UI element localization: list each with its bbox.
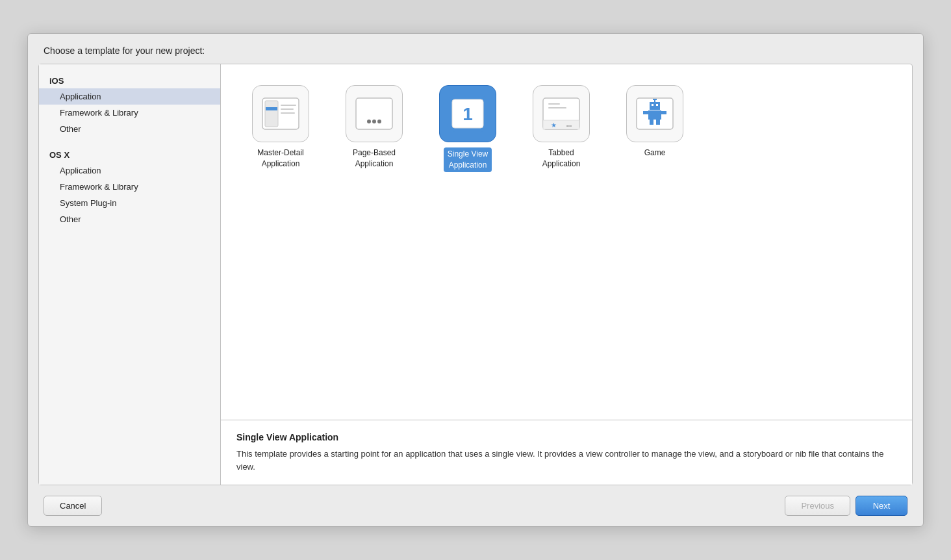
template-label-page-based: Page-BasedApplication [353,147,396,170]
cancel-button[interactable]: Cancel [44,496,102,516]
template-master-detail[interactable]: Master-DetailApplication [242,80,320,177]
svg-rect-26 [643,111,648,114]
svg-rect-29 [656,120,660,125]
svg-rect-5 [281,112,295,114]
main-content: Master-DetailApplication Page-BasedAppl [221,64,912,485]
dialog-header-text: Choose a template for your new project: [44,45,205,56]
description-title: Single View Application [236,432,896,442]
sidebar-section-osx: OS X [39,145,220,162]
svg-text:★: ★ [551,121,557,129]
svg-rect-27 [661,111,666,114]
sidebar-section-ios: iOS [39,71,220,88]
sidebar-item-osx-plugin[interactable]: System Plug-in [39,195,220,211]
nav-button-group: Previous Next [785,496,907,516]
svg-rect-20 [650,102,660,110]
template-icon-master-detail [252,85,309,142]
sidebar-item-ios-framework[interactable]: Framework & Library [39,105,220,121]
svg-text:1: 1 [463,104,473,124]
svg-rect-4 [281,108,294,110]
description-area: Single View Application This template pr… [221,420,912,485]
sidebar-item-osx-application[interactable]: Application [39,162,220,179]
sidebar-item-osx-other[interactable]: Other [39,211,220,227]
sidebar-item-ios-other[interactable]: Other [39,121,220,137]
svg-text:•••: ••• [566,123,572,129]
svg-rect-14 [543,120,579,129]
svg-rect-3 [281,105,296,106]
template-grid: Master-DetailApplication Page-BasedAppl [221,64,912,420]
template-game[interactable]: Game [616,80,694,177]
dialog-footer: Cancel Previous Next [28,485,923,526]
template-icon-game [626,85,683,142]
dialog-body: iOS Application Framework & Library Othe… [38,64,913,485]
next-button[interactable]: Next [856,496,907,516]
svg-rect-25 [648,110,661,120]
template-single-view[interactable]: 1 Single ViewApplication [429,80,507,177]
template-label-game: Game [644,147,666,159]
svg-rect-1 [265,101,278,127]
svg-rect-18 [548,107,566,108]
sidebar-item-ios-application[interactable]: Application [39,88,220,105]
template-label-master-detail: Master-DetailApplication [257,147,303,170]
svg-rect-23 [652,104,653,106]
svg-point-7 [367,120,371,123]
svg-point-8 [372,120,376,123]
svg-rect-2 [266,107,277,110]
svg-point-9 [377,120,381,123]
sidebar: iOS Application Framework & Library Othe… [39,64,221,485]
template-tabbed[interactable]: ★ ••• TabbedApplication [522,80,600,177]
dialog: Choose a template for your new project: … [27,33,924,527]
template-label-tabbed: TabbedApplication [542,147,581,170]
sidebar-item-osx-framework[interactable]: Framework & Library [39,179,220,195]
template-page-based[interactable]: Page-BasedApplication [335,80,413,177]
description-text: This template provides a starting point … [236,448,896,473]
template-icon-page-based [346,85,403,142]
template-label-single-view: Single ViewApplication [444,147,492,172]
template-icon-tabbed: ★ ••• [533,85,590,142]
previous-button[interactable]: Previous [785,496,850,516]
svg-rect-22 [653,99,657,100]
template-icon-single-view: 1 [439,85,496,142]
svg-rect-28 [650,120,653,125]
dialog-header: Choose a template for your new project: [28,34,923,64]
svg-rect-6 [356,98,392,129]
svg-rect-24 [656,104,658,106]
svg-rect-17 [548,103,560,105]
